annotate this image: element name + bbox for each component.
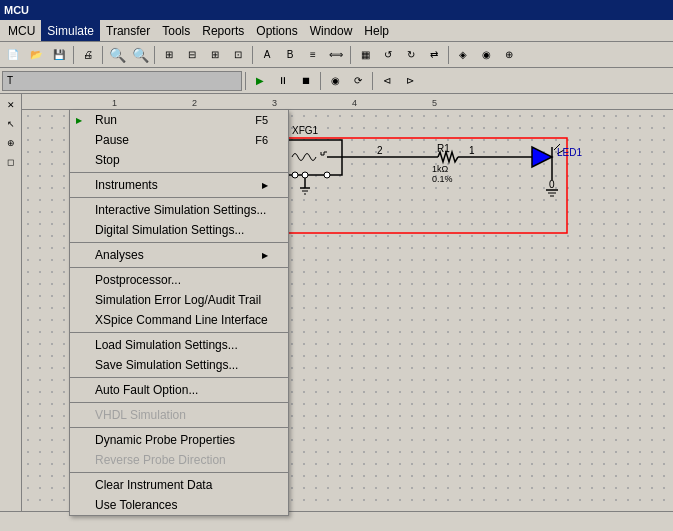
xfg1-term3 (324, 172, 330, 178)
sep8 (320, 72, 321, 90)
menu-save-sim[interactable]: Save Simulation Settings... (70, 355, 288, 375)
tb10[interactable]: ↺ (377, 45, 399, 65)
ruler-horizontal: 1 2 3 4 5 (22, 94, 673, 110)
xfg1-term2 (302, 172, 308, 178)
sep5 (350, 46, 351, 64)
dynamic-probe-label: Dynamic Probe Properties (95, 433, 235, 447)
stop-sim-btn[interactable]: ⏹ (295, 71, 317, 91)
menu-dynamic-probe[interactable]: Dynamic Probe Properties (70, 430, 288, 450)
menu-run[interactable]: Run F5 (70, 110, 288, 130)
load-sim-label: Load Simulation Settings... (95, 338, 238, 352)
grid-btn[interactable]: ⊞ (158, 45, 180, 65)
left-sidebar: ✕ ↖ ⊕ ◻ (0, 94, 22, 531)
led1-body (532, 147, 552, 167)
menu-window[interactable]: Window (304, 20, 359, 41)
tb16[interactable]: ◉ (324, 71, 346, 91)
tb7[interactable]: ≡ (302, 45, 324, 65)
instruments-arrow: ▶ (262, 181, 268, 190)
menu-analyses[interactable]: Analyses ▶ (70, 245, 288, 265)
sim-log-label: Simulation Error Log/Audit Trail (95, 293, 261, 307)
menu-sim-log[interactable]: Simulation Error Log/Audit Trail (70, 290, 288, 310)
node2-label: 2 (377, 145, 383, 156)
save-btn[interactable]: 💾 (48, 45, 70, 65)
tb18[interactable]: ⊲ (376, 71, 398, 91)
menu-auto-fault[interactable]: Auto Fault Option... (70, 380, 288, 400)
tb13[interactable]: ◈ (452, 45, 474, 65)
tb11[interactable]: ↻ (400, 45, 422, 65)
r1-label: R1 (437, 143, 450, 154)
ruler-mark-2: 2 (192, 98, 197, 108)
xfg1-term1 (292, 172, 298, 178)
ruler-mark-4: 4 (352, 98, 357, 108)
r1-tolerance: 0.1% (432, 174, 453, 184)
sim-name-field[interactable]: T (2, 71, 242, 91)
digital-sim-label: Digital Simulation Settings... (95, 223, 244, 237)
tb3[interactable]: ⊞ (204, 45, 226, 65)
pause-shortcut: F6 (255, 134, 268, 146)
run-sim-btn[interactable]: ▶ (249, 71, 271, 91)
toolbar-1: 📄 📂 💾 🖨 🔍 🔍 ⊞ ⊟ ⊞ ⊡ A B ≡ ⟺ ▦ ↺ ↻ ⇄ ◈ ◉ … (0, 42, 673, 68)
tb8[interactable]: ⟺ (325, 45, 347, 65)
led1-label: LED1 (557, 147, 582, 158)
menu-mcu[interactable]: MCU (2, 20, 41, 41)
tb19[interactable]: ⊳ (399, 71, 421, 91)
menu-use-tolerances[interactable]: Use Tolerances (70, 495, 288, 515)
menu-options[interactable]: Options (250, 20, 303, 41)
menu-pause[interactable]: Pause F6 (70, 130, 288, 150)
tb12[interactable]: ⇄ (423, 45, 445, 65)
tb6[interactable]: B (279, 45, 301, 65)
menu-instruments[interactable]: Instruments ▶ (70, 175, 288, 195)
xspice-label: XSpice Command Line Interface (95, 313, 268, 327)
menu-clear-instrument[interactable]: Clear Instrument Data (70, 475, 288, 495)
tb9[interactable]: ▦ (354, 45, 376, 65)
menu-vhdl: VHDL Simulation (70, 405, 288, 425)
analyses-arrow: ▶ (262, 251, 268, 260)
menu-simulate[interactable]: Simulate (41, 20, 100, 41)
menu-postprocessor[interactable]: Postprocessor... (70, 270, 288, 290)
sep-9 (70, 472, 288, 473)
sep-5 (70, 332, 288, 333)
menu-bar: MCU Simulate Transfer Tools Reports Opti… (0, 20, 673, 42)
side-btn-1[interactable]: ✕ (2, 96, 20, 114)
sep-6 (70, 377, 288, 378)
zoom-in-btn[interactable]: 🔍 (106, 45, 128, 65)
tb14[interactable]: ◉ (475, 45, 497, 65)
side-btn-3[interactable]: ⊕ (2, 134, 20, 152)
menu-reports[interactable]: Reports (196, 20, 250, 41)
sep-1 (70, 172, 288, 173)
reverse-probe-label: Reverse Probe Direction (95, 453, 226, 467)
sep3 (154, 46, 155, 64)
tb4[interactable]: ⊡ (227, 45, 249, 65)
auto-fault-label: Auto Fault Option... (95, 383, 198, 397)
main-area: ✕ ↖ ⊕ ◻ 1 2 3 4 5 XFG1 (0, 94, 673, 531)
run-label: Run (95, 113, 117, 127)
zoom-out-btn[interactable]: 🔍 (129, 45, 151, 65)
ruler-mark-1: 1 (112, 98, 117, 108)
tb5[interactable]: A (256, 45, 278, 65)
xfg1-label: XFG1 (292, 125, 319, 136)
new-btn[interactable]: 📄 (2, 45, 24, 65)
print-btn[interactable]: 🖨 (77, 45, 99, 65)
pause-sim-btn[interactable]: ⏸ (272, 71, 294, 91)
menu-transfer[interactable]: Transfer (100, 20, 156, 41)
menu-digital-sim[interactable]: Digital Simulation Settings... (70, 220, 288, 240)
menu-stop[interactable]: Stop (70, 150, 288, 170)
tb17[interactable]: ⟳ (347, 71, 369, 91)
canvas-area: 1 2 3 4 5 XFG1 (22, 94, 673, 531)
menu-help[interactable]: Help (358, 20, 395, 41)
side-btn-4[interactable]: ◻ (2, 153, 20, 171)
open-btn[interactable]: 📂 (25, 45, 47, 65)
sep-7 (70, 402, 288, 403)
side-btn-2[interactable]: ↖ (2, 115, 20, 133)
menu-tools[interactable]: Tools (156, 20, 196, 41)
led1-gnd-0: 0 (549, 179, 555, 190)
menu-interactive-sim[interactable]: Interactive Simulation Settings... (70, 200, 288, 220)
interactive-sim-label: Interactive Simulation Settings... (95, 203, 266, 217)
sep-2 (70, 197, 288, 198)
menu-xspice[interactable]: XSpice Command Line Interface (70, 310, 288, 330)
grid2-btn[interactable]: ⊟ (181, 45, 203, 65)
node1-label: 1 (469, 145, 475, 156)
sep1 (73, 46, 74, 64)
tb15[interactable]: ⊕ (498, 45, 520, 65)
menu-load-sim[interactable]: Load Simulation Settings... (70, 335, 288, 355)
